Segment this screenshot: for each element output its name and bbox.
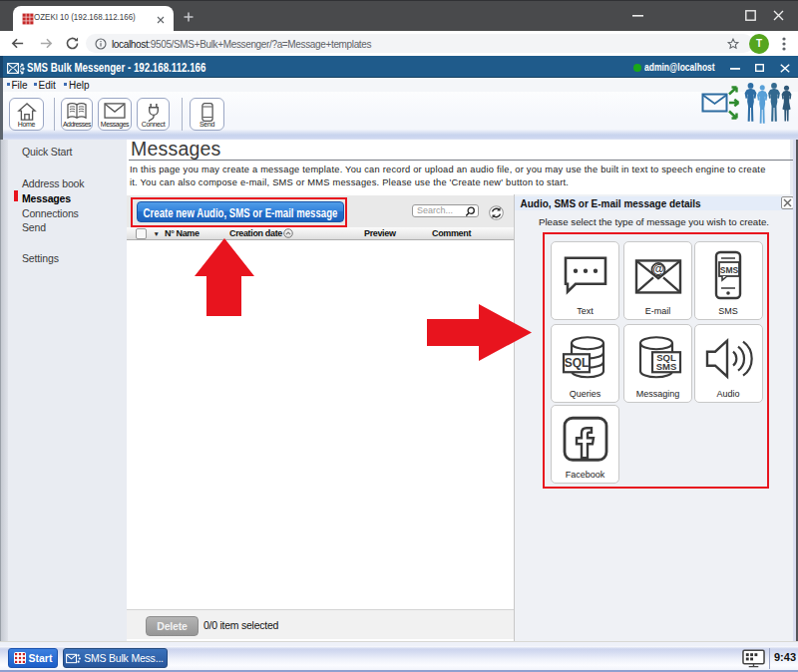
svg-text:@: @	[652, 262, 664, 276]
svg-text:SMS: SMS	[655, 361, 676, 372]
svg-text:SMS: SMS	[720, 264, 739, 274]
svg-text:SQL: SQL	[564, 356, 589, 370]
